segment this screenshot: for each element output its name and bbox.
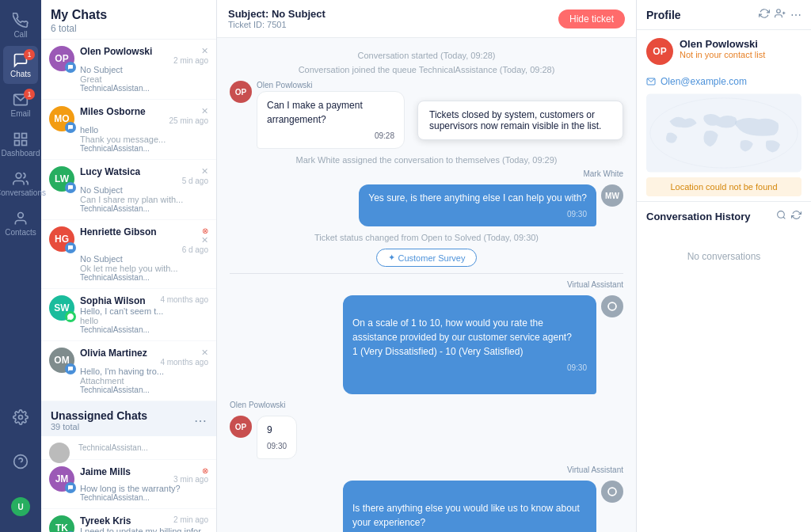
msg-bubble-va-2: Is there anything else you would like us… — [343, 481, 596, 532]
hide-ticket-button[interactable]: Hide ticket — [558, 10, 625, 28]
conv-history-actions — [776, 210, 801, 222]
channel-icon-5 — [65, 363, 76, 374]
close-chat-0[interactable]: ✕ — [201, 46, 208, 56]
system-msg-2: Mark White assigned the conversation to … — [230, 155, 623, 165]
email-icon — [646, 77, 656, 86]
avatar-3: HG — [49, 226, 74, 252]
nav-settings[interactable] — [3, 399, 38, 437]
msg-row-olen-1: OP Olen Powlowski Can I make a payment a… — [230, 81, 623, 149]
svg-point-16 — [778, 211, 785, 218]
unassigned-ghost[interactable]: TechnicalAssistan... — [41, 436, 216, 460]
msg-bubble-tooltip-row: Can I make a payment arrangement? 09:28 … — [257, 91, 623, 149]
system-msg-0: Conversation started (Today, 09:28) — [230, 51, 623, 60]
profile-more-btn[interactable]: ⋯ — [790, 8, 801, 21]
ticket-subject: Subject: No Subject — [228, 8, 326, 20]
profile-header: Profile ⋯ — [637, 0, 811, 30]
msg-bubble-olen-2: 9 09:30 — [257, 416, 297, 459]
channel-icon-1 — [65, 122, 76, 133]
unassigned-channel-0 — [65, 482, 76, 493]
msg-bubble-mark: Yes sure, is there anything else I can h… — [359, 184, 596, 226]
messages-area: Conversation started (Today, 09:28) Conv… — [217, 38, 636, 532]
chats-badge: 1 — [24, 49, 35, 60]
my-chats-header: My Chats 6 total — [41, 0, 216, 40]
msg-row-va-2: Is there anything else you would like us… — [230, 481, 623, 532]
nav-dashboard[interactable]: Dashboard — [3, 125, 38, 163]
chat-item-2[interactable]: LW Lucy Watsica ✕ 5 d ago No Subject Can… — [41, 160, 216, 220]
system-msg-1: Conversation joined the queue TechnicalA… — [230, 65, 623, 74]
svg-line-17 — [783, 217, 785, 218]
nav-call[interactable]: Call — [3, 6, 38, 44]
unassigned-title: Unassigned Chats — [51, 409, 147, 422]
msg-with-tooltip: Olen Powlowski Can I make a payment arra… — [257, 81, 623, 149]
nav-chats[interactable]: 1 Chats — [3, 46, 38, 84]
profile-details: Olen Powlowski Not in your contact list — [680, 38, 765, 59]
svg-point-10 — [777, 10, 781, 13]
unassigned-ghost-tag: TechnicalAssistan... — [75, 443, 208, 452]
va-label-1: Virtual Assistant — [230, 280, 623, 289]
ticket-info: Subject: No Subject Ticket ID: 7501 — [228, 8, 326, 29]
msg-avatar-va-1 — [601, 295, 623, 317]
nav-conversations[interactable]: Conversations — [3, 165, 38, 203]
email-badge: 1 — [24, 89, 35, 100]
conversation-header: Subject: No Subject Ticket ID: 7501 Hide… — [217, 0, 636, 38]
search-icon — [776, 210, 786, 220]
chat-info-1: Miles Osborne ✕ 25 min ago hello Thank y… — [80, 106, 208, 153]
chats-panel: My Chats 6 total OP Olen Powlowski ✕ 2 m… — [41, 0, 217, 532]
profile-info: OP Olen Powlowski Not in your contact li… — [637, 30, 811, 73]
avatar-1: MO — [49, 106, 74, 131]
nav-help[interactable] — [3, 443, 38, 481]
msg-row-mark: Yes sure, is there anything else I can h… — [230, 184, 623, 226]
svg-point-6 — [18, 212, 24, 218]
my-chats-title: My Chats — [51, 8, 207, 22]
msg-bubble-va-1: On a scale of 1 to 10, how would you rat… — [343, 295, 596, 394]
svg-point-7 — [19, 416, 23, 420]
profile-panel: Profile ⋯ OP Olen Powlowski Not in your … — [637, 0, 811, 532]
nav-email[interactable]: 1 Email — [3, 86, 38, 124]
world-map — [646, 93, 801, 173]
chat-item-1[interactable]: MO Miles Osborne ✕ 25 min ago hello Than… — [41, 100, 216, 160]
va-label-2: Virtual Assistant — [230, 466, 623, 474]
svg-rect-2 — [22, 133, 27, 138]
unassigned-avatar-1: TK — [49, 515, 74, 532]
close-chat-1[interactable]: ✕ — [201, 106, 208, 116]
chat-item-3[interactable]: HG Henriette Gibson ⊗ ✕ 6 d ago No Subje… — [41, 220, 216, 289]
profile-user-name: Olen Powlowski — [680, 38, 765, 50]
close-chat-2[interactable]: ✕ — [201, 166, 208, 177]
unassigned-item-0[interactable]: JM Jaime Mills ⊗ 3 min ago How long is t… — [41, 460, 216, 509]
ticket-id: Ticket ID: 7501 — [228, 20, 326, 29]
unassigned-menu[interactable]: ⋯ — [194, 413, 207, 428]
close-chat-3[interactable]: ✕ — [201, 235, 208, 245]
msg-sender-label-0: Olen Powlowski — [257, 81, 623, 89]
nav-contacts[interactable]: Contacts — [3, 204, 38, 242]
channel-icon-3 — [65, 242, 76, 253]
msg-avatar-mark: MW — [601, 184, 623, 207]
history-refresh-btn[interactable] — [791, 210, 801, 222]
close-chat-5[interactable]: ✕ — [201, 348, 208, 358]
location-not-found: Location could not be found — [646, 177, 801, 196]
avatar-0: OP — [49, 46, 74, 71]
left-navigation: Call 1 Chats 1 Email Dashboard Conversat… — [0, 0, 41, 532]
olen-label-2: Olen Powlowski — [230, 401, 623, 409]
avatar-2: LW — [49, 166, 74, 192]
profile-add-btn[interactable] — [775, 8, 786, 21]
conv-history-header: Conversation History — [637, 201, 811, 227]
msg-bubble-0: Can I make a payment arrangement? 09:28 — [257, 91, 405, 149]
msg-avatar-va-2 — [601, 481, 623, 503]
profile-refresh-btn[interactable] — [759, 8, 770, 21]
unassigned-info-1: Tyreek Kris 2 min ago I need to update m… — [80, 515, 208, 532]
nav-user-avatar[interactable]: U — [3, 488, 38, 526]
profile-contact-status: Not in your contact list — [680, 50, 765, 59]
unassigned-item-1[interactable]: TK Tyreek Kris 2 min ago I need to updat… — [41, 509, 216, 532]
history-search-btn[interactable] — [776, 210, 786, 222]
msg-row-va-1: On a scale of 1 to 10, how would you rat… — [230, 295, 623, 394]
chat-info-5: Olivia Martinez ✕ 4 months ago Hello, I'… — [80, 348, 208, 394]
customer-survey: ✦ Customer Survey — [230, 249, 623, 267]
chat-item-5[interactable]: OM Olivia Martinez ✕ 4 months ago Hello,… — [41, 341, 216, 401]
avatar-4: SW — [49, 295, 74, 321]
chat-info-2: Lucy Watsica ✕ 5 d ago No Subject Can I … — [80, 166, 208, 213]
mark-white-label: Mark White — [230, 169, 623, 178]
chat-item-0[interactable]: OP Olen Powlowski ✕ 2 min ago No Subject… — [41, 40, 216, 100]
chat-item-4[interactable]: SW Sophia Wilson 4 months ago Hello, I c… — [41, 289, 216, 341]
customer-survey-button[interactable]: ✦ Customer Survey — [376, 249, 478, 267]
msg-avatar-olen: OP — [230, 81, 252, 103]
